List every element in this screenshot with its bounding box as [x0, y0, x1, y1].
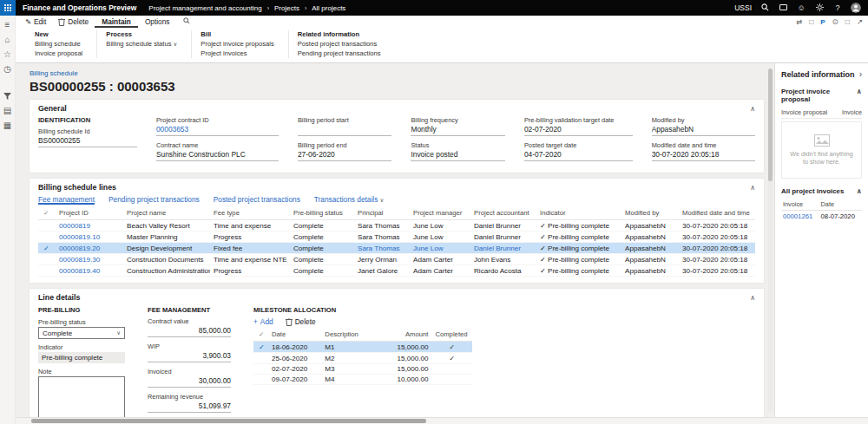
- billing-line-row[interactable]: 00000819Beach Valley ResortTime and expe…: [38, 220, 755, 232]
- modified-datetime-cell[interactable]: 30-07-2020 20:05:18: [679, 265, 755, 277]
- indicator-cell[interactable]: ✓ Pre-billing complete: [536, 254, 621, 265]
- column-header[interactable]: Date: [819, 199, 862, 211]
- project-name-cell[interactable]: Beach Valley Resort: [123, 220, 210, 232]
- add-milestone-button[interactable]: +Add: [253, 317, 273, 326]
- wip-input[interactable]: 3,900.03: [148, 351, 231, 362]
- breadcrumb-page[interactable]: All projects: [312, 4, 345, 12]
- billing-frequency-input[interactable]: Monthly: [411, 125, 504, 136]
- app-launcher-button[interactable]: [0, 0, 16, 16]
- remaining-revenue-input[interactable]: 51,099.97: [148, 401, 231, 413]
- fee-type-cell[interactable]: Progress: [210, 232, 290, 243]
- posted-target-date-input[interactable]: 04-07-2020: [524, 150, 633, 161]
- lines-section-title[interactable]: Billing schedule lines: [38, 183, 116, 192]
- invoiced-input[interactable]: 30,000.00: [148, 376, 231, 388]
- project-name-cell[interactable]: Construction Administration: [123, 265, 210, 277]
- power-apps-icon[interactable]: P: [820, 18, 825, 26]
- tab-posted-project-transactions[interactable]: Posted project transactions: [214, 195, 300, 205]
- billing-schedule-id-input[interactable]: BS00000255: [38, 136, 137, 147]
- project-accountant-cell[interactable]: Daniel Brunner: [470, 232, 536, 243]
- prebilling-status-cell[interactable]: Complete: [290, 265, 354, 277]
- prebilling-status-cell[interactable]: Complete: [290, 243, 354, 254]
- date-cell[interactable]: 25-06-2020: [268, 353, 321, 364]
- principal-cell[interactable]: Sara Thomas: [354, 220, 410, 232]
- tab-maintain[interactable]: Maintain: [95, 16, 138, 28]
- amount-cell[interactable]: 10,000.00: [382, 375, 431, 385]
- column-header[interactable]: Fee type: [210, 207, 290, 220]
- action-project-invoices[interactable]: Project invoices: [201, 49, 273, 59]
- project-manager-cell[interactable]: June Low: [410, 232, 470, 243]
- note-textarea[interactable]: [38, 376, 125, 417]
- line-details-title[interactable]: Line details: [38, 293, 80, 302]
- modified-by-cell[interactable]: AppasahebN: [621, 243, 679, 254]
- indicator-cell[interactable]: ✓ Pre-billing complete: [536, 232, 621, 243]
- scrollbar-thumb[interactable]: [768, 68, 773, 181]
- modified-datetime-cell[interactable]: 30-07-2020 20:05:18: [679, 243, 755, 254]
- modified-by-cell[interactable]: AppasahebN: [621, 232, 679, 243]
- action-project-invoice-proposals[interactable]: Project invoice proposals: [201, 40, 273, 49]
- list-view-icon[interactable]: ▤: [0, 104, 15, 117]
- modified-datetime-cell[interactable]: 30-07-2020 20:05:18: [679, 232, 755, 243]
- scrollbar-thumb[interactable]: [31, 419, 426, 423]
- prebilling-status-cell[interactable]: Complete: [290, 232, 354, 243]
- invoice-row[interactable]: 00001261 08-07-2020: [781, 211, 862, 223]
- tab-transactions-details[interactable]: Transactions details ∨: [314, 195, 385, 205]
- contract-value-input[interactable]: 85,000.00: [148, 326, 231, 337]
- breadcrumb-module[interactable]: Project management and accounting: [148, 4, 261, 12]
- row-select-cell[interactable]: [38, 220, 56, 232]
- section-title[interactable]: All project invoices: [781, 187, 844, 195]
- new-window-icon[interactable]: □: [845, 17, 850, 26]
- project-accountant-cell[interactable]: Ricardo Acosta: [470, 265, 536, 277]
- tab-fee-management[interactable]: Fee management: [38, 195, 95, 205]
- hamburger-menu-icon[interactable]: ≡: [0, 18, 15, 31]
- completed-cell[interactable]: ✓: [431, 342, 472, 353]
- indicator-cell[interactable]: ✓ Pre-billing complete: [536, 243, 621, 254]
- favorites-star-icon[interactable]: ☆: [0, 48, 15, 61]
- main-vertical-scrollbar[interactable]: [768, 68, 773, 412]
- principal-cell[interactable]: Jerry Orman: [354, 254, 410, 265]
- device-icon[interactable]: [778, 4, 788, 12]
- prebilling-status-cell[interactable]: Complete: [290, 220, 354, 232]
- user-avatar[interactable]: [851, 3, 861, 13]
- billing-line-row[interactable]: 00000819.30Construction DocumentsTime an…: [38, 254, 755, 265]
- date-cell[interactable]: 02-07-2020: [268, 364, 321, 375]
- milestone-row[interactable]: 25-06-2020M215,000.00✓: [253, 353, 472, 364]
- billing-line-row[interactable]: ✓00000819.20Design DevelopmentFixed feeC…: [38, 243, 755, 254]
- general-section-title[interactable]: General: [38, 104, 67, 113]
- prebilling-status-select[interactable]: Complete∨: [38, 327, 125, 339]
- row-select-cell[interactable]: [253, 375, 268, 385]
- modified-by-cell[interactable]: AppasahebN: [621, 265, 679, 277]
- project-name-cell[interactable]: Master Planning: [123, 232, 210, 243]
- project-id-cell[interactable]: 00000819.30: [56, 254, 123, 265]
- prebilling-target-date-input[interactable]: 02-07-2020: [524, 125, 633, 136]
- action-pending-project-transactions[interactable]: Pending project transactions: [298, 49, 381, 59]
- swap-view-icon[interactable]: ⇄: [796, 17, 802, 26]
- row-select-cell[interactable]: [38, 254, 56, 265]
- billing-line-row[interactable]: 00000819.40Construction AdministrationPr…: [38, 265, 755, 277]
- column-header[interactable]: Pre-billing status: [290, 207, 354, 220]
- project-name-cell[interactable]: Design Development: [123, 243, 210, 254]
- amount-cell[interactable]: 15,000.00: [382, 342, 431, 353]
- settings-gear-icon[interactable]: [814, 3, 825, 13]
- completed-cell[interactable]: [431, 375, 472, 385]
- project-id-cell[interactable]: 00000819.40: [56, 265, 123, 277]
- feedback-smiley-icon[interactable]: ☺: [796, 4, 806, 12]
- delete-button[interactable]: Delete: [52, 16, 95, 28]
- modified-by-input[interactable]: AppasahebN: [652, 125, 755, 136]
- edit-button[interactable]: ✎Edit: [19, 16, 52, 28]
- breadcrumb-area[interactable]: Projects: [274, 4, 299, 12]
- column-header[interactable]: Invoice: [781, 199, 819, 211]
- prebilling-status-cell[interactable]: Complete: [290, 254, 354, 265]
- amount-cell[interactable]: 15,000.00: [382, 364, 431, 375]
- row-select-cell[interactable]: [253, 364, 268, 375]
- project-manager-cell[interactable]: Adam Carter: [410, 265, 470, 277]
- search-icon[interactable]: [760, 3, 770, 13]
- actionpane-search-icon[interactable]: [176, 17, 197, 26]
- column-header[interactable]: Invoice proposal: [781, 108, 827, 116]
- amount-cell[interactable]: 15,000.00: [382, 353, 431, 364]
- project-accountant-cell[interactable]: Daniel Brunner: [470, 243, 536, 254]
- invoice-number-cell[interactable]: 00001261: [781, 211, 819, 223]
- project-name-cell[interactable]: Construction Documents: [123, 254, 210, 265]
- tab-pending-project-transactions[interactable]: Pending project transactions: [108, 195, 200, 205]
- column-header[interactable]: Invoice: [842, 108, 862, 116]
- description-cell[interactable]: M1: [321, 342, 382, 353]
